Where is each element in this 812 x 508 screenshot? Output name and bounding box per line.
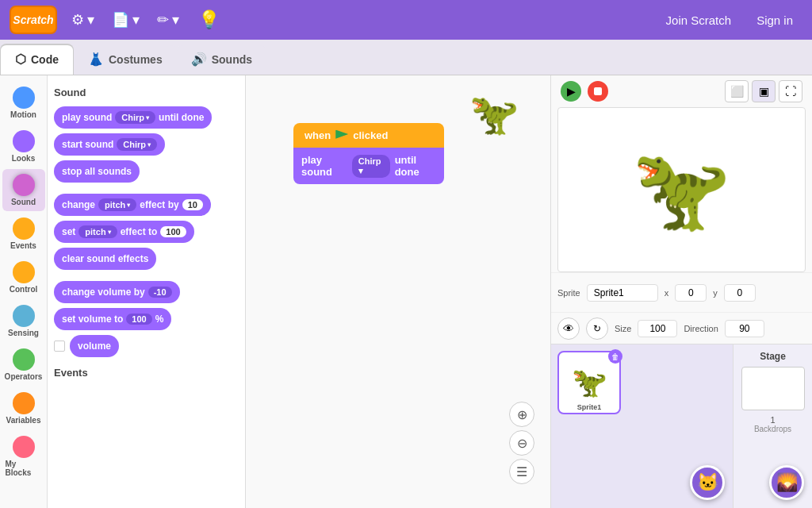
myblocks-dot [13,436,35,458]
block-play-sound-until[interactable]: play sound Chirp ▾ until done [54,106,212,129]
sidebar-item-motion[interactable]: Motion [2,82,45,124]
zoom-controls: ⊕ ⊖ ☰ [509,402,534,484]
volume-reporter-row: volume [54,335,239,357]
sprite1-thumbnail[interactable]: 🗑 🦖 Sprite1 [557,351,621,414]
y-label: y [713,288,718,298]
delete-sprite-button[interactable]: 🗑 [608,349,622,364]
fullscreen-button[interactable]: ⛶ [779,80,802,102]
add-backdrop-button[interactable]: 🌄 [769,465,804,500]
green-flag-button[interactable]: ▶ [561,81,581,102]
x-input[interactable] [675,284,707,302]
variables-dot [13,392,35,414]
when-flag-clicked-block[interactable]: when clicked [293,123,444,148]
stage-panel: ▶ ⬜ ▣ ⛶ 🦖 Sprite x y 👁 [550,75,812,508]
set-volume-value[interactable]: 100 [126,314,151,325]
file-menu[interactable]: 📄 ▾ [105,8,146,32]
costumes-tab-icon: 👗 [88,52,104,67]
code-tab-icon: ⬡ [15,52,26,67]
sprite-info-row2: 👁 ↻ Size Direction [551,312,812,344]
tab-bar: ⬡ Code 👗 Costumes 🔊 Sounds [0,40,812,75]
smaller-stage-button[interactable]: ⬜ [725,80,749,102]
y-input[interactable] [724,284,756,302]
block-set-volume[interactable]: set volume to 100 % [54,308,171,330]
settings-menu[interactable]: ⚙ ▾ [65,8,101,32]
block-stop-all-sounds[interactable]: stop all sounds [54,160,140,183]
show-sprite-button[interactable]: 👁 [557,318,580,340]
block-change-pitch[interactable]: change pitch ▾ effect by 10 [54,194,211,216]
play-sound-chirp-dropdown[interactable]: Chirp ▾ [115,111,155,124]
sound-dot [13,174,35,196]
set-pitch-value[interactable]: 100 [160,226,186,237]
block-change-volume[interactable]: change volume by -10 [54,281,180,303]
tab-costumes[interactable]: 👗 Costumes [74,45,177,75]
code-blocks-container: when clicked play sound Chirp ▾ until do… [293,123,444,184]
events-section-title: Events [54,367,239,379]
lightbulb-btn[interactable]: 💡 [198,10,220,30]
block-start-sound[interactable]: start sound Chirp ▾ [54,133,165,156]
size-input[interactable] [638,320,677,337]
sidebar-item-sound[interactable]: Sound [2,169,45,211]
sensing-dot [13,305,35,327]
control-dot [13,261,35,283]
hide-sprite-button[interactable]: ↻ [586,318,608,340]
start-sound-chirp-dropdown[interactable]: Chirp ▾ [117,138,157,151]
zoom-out-button[interactable]: ⊖ [509,430,534,456]
edit-menu[interactable]: ✏ ▾ [151,8,186,32]
sprite-info-row1: Sprite x y [551,272,812,312]
block-set-pitch[interactable]: set pitch ▾ effect to 100 [54,221,194,243]
sidebar: Motion Looks Sound Events Control Sensin… [0,75,48,508]
zoom-reset-button[interactable]: ☰ [509,459,534,484]
sidebar-item-looks[interactable]: Looks [2,125,45,167]
top-nav-right: Join Scratch Sign in [657,9,802,32]
sidebar-item-events[interactable]: Events [2,213,45,255]
dino-sprite: 🦖 [632,143,731,237]
volume-checkbox[interactable] [54,341,65,352]
sprite-name-input[interactable] [587,284,658,302]
block-volume[interactable]: volume [70,335,119,357]
code-area[interactable]: 🦖 when clicked play sound Chirp ▾ until … [246,75,550,508]
sprite1-label: Sprite1 [559,403,619,411]
zoom-in-button[interactable]: ⊕ [509,402,534,427]
tab-code[interactable]: ⬡ Code [0,44,74,75]
sidebar-item-operators[interactable]: Operators [2,344,45,386]
pitch-effect-dropdown[interactable]: pitch ▾ [98,198,136,211]
sidebar-item-myblocks[interactable]: My Blocks [2,431,45,482]
stage-controls: ▶ [561,81,608,102]
lower-panel: 🗑 🦖 Sprite1 🐱 Stage 1 Backdrops 🌄 [551,344,812,508]
direction-input[interactable] [725,320,764,337]
stage-toolbar: ▶ ⬜ ▣ ⛶ [551,75,812,107]
sign-in-button[interactable]: Sign in [747,9,802,32]
stage-title: Stage [760,351,786,362]
sprites-area: 🗑 🦖 Sprite1 🐱 [551,344,733,508]
sidebar-item-variables[interactable]: Variables [2,387,45,429]
block-clear-sound-effects[interactable]: clear sound effects [54,248,156,270]
change-volume-value[interactable]: -10 [148,287,172,298]
stop-icon [594,87,602,95]
backdrops-count: 1 [770,415,775,425]
join-scratch-button[interactable]: Join Scratch [657,9,741,32]
top-nav: Scratch ⚙ ▾ 📄 ▾ ✏ ▾ 💡 Join Scratch Sign … [0,0,812,40]
main-layout: Motion Looks Sound Events Control Sensin… [0,75,812,508]
red-stop-button[interactable] [588,81,608,102]
tab-sounds[interactable]: 🔊 Sounds [177,45,266,75]
play-sound-code-block[interactable]: play sound Chirp ▾ until done [293,148,444,184]
sounds-tab-icon: 🔊 [191,52,207,67]
pitch-effect-value[interactable]: 10 [182,199,203,210]
sidebar-item-control[interactable]: Control [2,256,45,298]
scratch-logo[interactable]: Scratch [10,6,57,34]
add-sprite-button[interactable]: 🐱 [690,465,725,500]
normal-stage-button[interactable]: ▣ [752,80,776,102]
sidebar-item-sensing[interactable]: Sensing [2,300,45,342]
blocks-panel: Sound play sound Chirp ▾ until done star… [48,75,246,508]
stage-right-panel: Stage 1 Backdrops 🌄 [733,344,812,508]
looks-dot [13,130,35,152]
motion-dot [13,87,35,109]
cat-icon: 🐱 [697,472,718,493]
set-pitch-dropdown[interactable]: pitch ▾ [79,225,117,238]
play-sound-chirp-code-dropdown[interactable]: Chirp ▾ [352,155,390,178]
lightbulb-icon: 💡 [198,10,220,29]
backdrops-label: Backdrops [754,425,791,433]
stage-canvas: 🦖 [557,107,806,272]
stage-backdrop-thumb[interactable] [741,367,805,410]
x-label: x [665,288,669,298]
